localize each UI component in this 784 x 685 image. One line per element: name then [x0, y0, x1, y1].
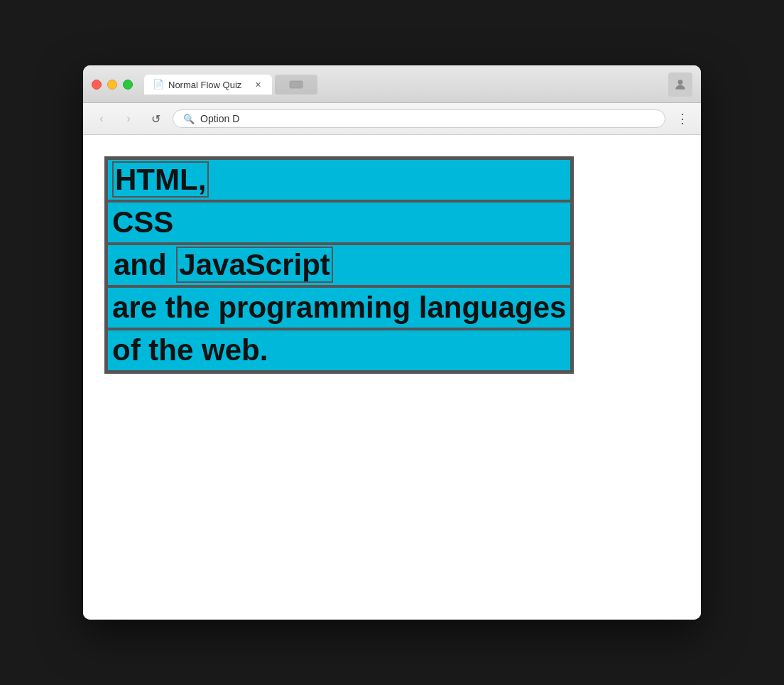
traffic-lights	[92, 80, 133, 90]
html-inline: HTML,	[112, 161, 209, 198]
svg-point-1	[678, 80, 683, 85]
forward-button[interactable]: ›	[119, 109, 138, 129]
new-tab-icon	[289, 79, 303, 90]
javascript-inline: JavaScript	[176, 247, 332, 283]
nav-bar: ‹ › ↺ 🔍 Option D ⋮	[83, 103, 701, 135]
new-tab-button[interactable]	[275, 75, 317, 95]
tab-page-icon: 📄	[153, 79, 163, 90]
line-5: of the web.	[107, 329, 572, 372]
tab-title: Normal Flow Quiz	[168, 80, 246, 90]
menu-button[interactable]: ⋮	[673, 109, 692, 129]
active-tab[interactable]: 📄 Normal Flow Quiz ✕	[144, 75, 272, 95]
back-button[interactable]: ‹	[92, 109, 111, 129]
title-bar: 📄 Normal Flow Quiz ✕	[83, 65, 701, 103]
line-2: CSS	[107, 201, 572, 244]
tab-bar: 📄 Normal Flow Quiz ✕	[144, 75, 668, 95]
page-content: HTML, CSS and JavaScript are the program…	[83, 135, 701, 620]
svg-rect-0	[290, 81, 303, 88]
tab-close-button[interactable]: ✕	[252, 79, 263, 90]
line-4: are the programming languages	[107, 286, 572, 329]
profile-icon	[673, 77, 687, 92]
browser-window: 📄 Normal Flow Quiz ✕ ‹	[83, 65, 701, 620]
reload-button[interactable]: ↺	[146, 109, 165, 129]
address-text: Option D	[200, 113, 655, 124]
profile-button[interactable]	[668, 72, 692, 97]
search-icon: 🔍	[183, 114, 195, 124]
paragraph-container: HTML, CSS and JavaScript are the program…	[104, 156, 574, 374]
line-1: HTML,	[107, 158, 572, 201]
and-text: and	[112, 248, 176, 281]
minimize-button[interactable]	[107, 80, 117, 90]
address-bar[interactable]: 🔍 Option D	[173, 109, 665, 128]
line-3: and JavaScript	[107, 244, 572, 286]
maximize-button[interactable]	[123, 80, 133, 90]
close-button[interactable]	[92, 80, 102, 90]
